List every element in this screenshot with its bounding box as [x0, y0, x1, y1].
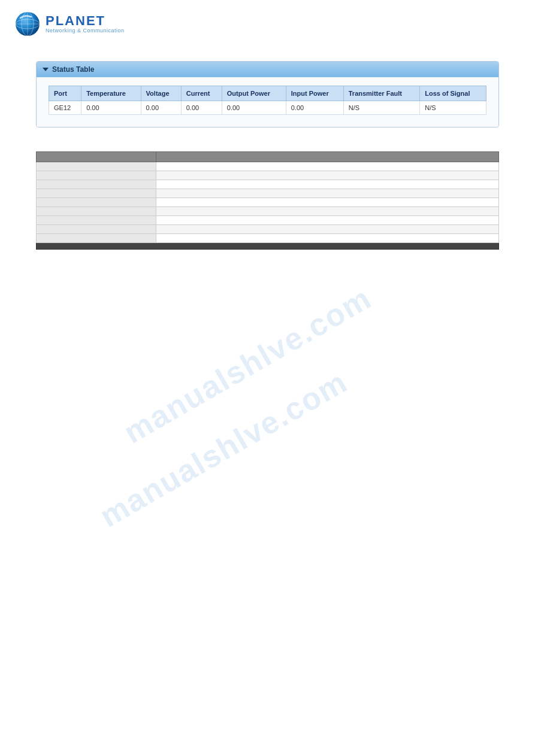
second-cell-label-3 — [37, 180, 156, 189]
col-voltage: Voltage — [141, 86, 181, 101]
second-cell-label-1 — [37, 162, 156, 171]
second-cell-label-5 — [37, 198, 156, 207]
status-section: Status Table Port Temperature Voltage Cu… — [36, 61, 499, 127]
cell-input-power: 0.00 — [286, 101, 343, 115]
second-cell-label-9 — [37, 234, 156, 243]
cell-temperature: 0.00 — [81, 101, 141, 115]
table-row — [37, 198, 499, 207]
second-table — [36, 151, 499, 250]
second-cell-value-5 — [156, 198, 499, 207]
second-section — [36, 151, 499, 250]
status-table-wrapper: Port Temperature Voltage Current Output … — [37, 77, 498, 127]
table-row — [37, 180, 499, 189]
second-cell-label-4 — [37, 189, 156, 198]
logo-globe-icon — [14, 11, 41, 37]
second-cell-value-1 — [156, 162, 499, 171]
col-loss-of-signal: Loss of Signal — [420, 86, 486, 101]
collapse-arrow-icon[interactable] — [43, 68, 49, 71]
second-table-footer-row — [37, 243, 499, 250]
col-current: Current — [181, 86, 222, 101]
status-section-title: Status Table — [52, 65, 94, 74]
status-table-header-row: Port Temperature Voltage Current Output … — [49, 86, 486, 101]
logo-text: PLANET Networking & Communication — [46, 14, 125, 34]
status-section-header: Status Table — [37, 62, 498, 77]
second-cell-value-8 — [156, 225, 499, 234]
col-port: Port — [49, 86, 81, 101]
table-row — [37, 171, 499, 180]
second-col-field — [37, 152, 156, 162]
watermark-1: manualshlve.com — [117, 280, 377, 450]
second-table-header-row — [37, 152, 499, 162]
cell-voltage: 0.00 — [141, 101, 181, 115]
logo-planet-label: PLANET — [46, 14, 125, 28]
watermark-2: manualshlve.com — [93, 363, 353, 534]
second-cell-label-7 — [37, 216, 156, 225]
second-cell-value-4 — [156, 189, 499, 198]
table-row — [37, 216, 499, 225]
header: PLANET Networking & Communication — [0, 0, 535, 43]
table-row — [37, 225, 499, 234]
cell-port: GE12 — [49, 101, 81, 115]
cell-transmitter-fault: N/S — [343, 101, 420, 115]
cell-loss-of-signal: N/S — [420, 101, 486, 115]
second-cell-label-6 — [37, 207, 156, 216]
table-row: GE12 0.00 0.00 0.00 0.00 0.00 N/S N/S — [49, 101, 486, 115]
table-row — [37, 162, 499, 171]
cell-current: 0.00 — [181, 101, 222, 115]
table-row — [37, 189, 499, 198]
cell-output-power: 0.00 — [222, 101, 286, 115]
col-transmitter-fault: Transmitter Fault — [343, 86, 420, 101]
table-row — [37, 207, 499, 216]
second-cell-value-6 — [156, 207, 499, 216]
second-cell-label-2 — [37, 171, 156, 180]
second-cell-label-8 — [37, 225, 156, 234]
col-input-power: Input Power — [286, 86, 343, 101]
col-temperature: Temperature — [81, 86, 141, 101]
status-table: Port Temperature Voltage Current Output … — [49, 86, 486, 115]
second-table-footer-cell — [37, 243, 499, 250]
table-row — [37, 234, 499, 243]
second-cell-value-7 — [156, 216, 499, 225]
col-output-power: Output Power — [222, 86, 286, 101]
second-cell-value-9 — [156, 234, 499, 243]
logo-subtitle-label: Networking & Communication — [46, 28, 125, 34]
logo-container: PLANET Networking & Communication — [14, 11, 125, 37]
second-cell-value-3 — [156, 180, 499, 189]
second-cell-value-2 — [156, 171, 499, 180]
second-col-description — [156, 152, 499, 162]
